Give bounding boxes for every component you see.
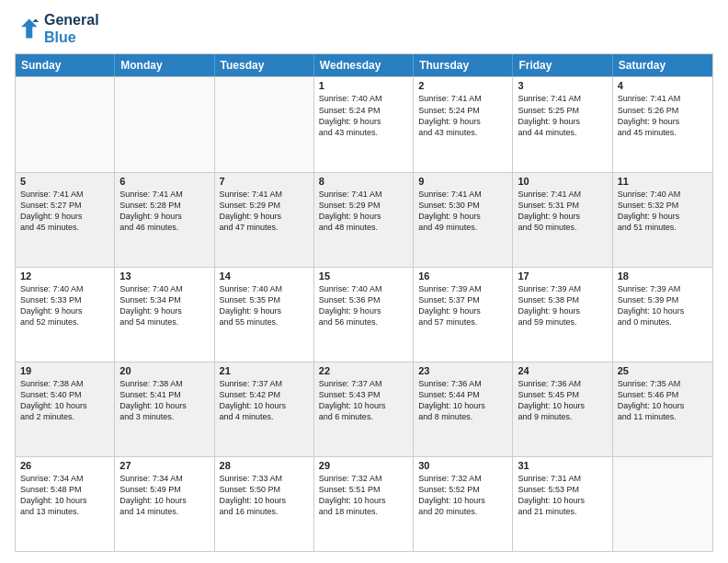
cell-info: Sunrise: 7:41 AM Sunset: 5:29 PM Dayligh… <box>220 189 309 234</box>
cell-info: Sunrise: 7:33 AM Sunset: 5:50 PM Dayligh… <box>220 473 309 518</box>
calendar-cell: 3Sunrise: 7:41 AM Sunset: 5:25 PM Daylig… <box>513 77 612 171</box>
calendar-cell: 25Sunrise: 7:35 AM Sunset: 5:46 PM Dayli… <box>613 362 712 456</box>
calendar-cell: 7Sunrise: 7:41 AM Sunset: 5:29 PM Daylig… <box>215 173 314 267</box>
calendar-cell: 27Sunrise: 7:34 AM Sunset: 5:49 PM Dayli… <box>115 457 214 551</box>
cell-info: Sunrise: 7:41 AM Sunset: 5:24 PM Dayligh… <box>418 93 507 138</box>
calendar-row: 12Sunrise: 7:40 AM Sunset: 5:33 PM Dayli… <box>16 267 712 362</box>
cell-info: Sunrise: 7:40 AM Sunset: 5:35 PM Dayligh… <box>220 283 309 328</box>
cell-info: Sunrise: 7:41 AM Sunset: 5:30 PM Dayligh… <box>418 189 507 234</box>
calendar-cell: 20Sunrise: 7:38 AM Sunset: 5:41 PM Dayli… <box>115 362 214 456</box>
cell-info: Sunrise: 7:40 AM Sunset: 5:33 PM Dayligh… <box>20 283 109 328</box>
calendar: SundayMondayTuesdayWednesdayThursdayFrid… <box>15 53 713 552</box>
calendar-cell: 21Sunrise: 7:37 AM Sunset: 5:42 PM Dayli… <box>215 362 314 456</box>
day-number: 3 <box>518 80 607 91</box>
calendar-cell: 10Sunrise: 7:41 AM Sunset: 5:31 PM Dayli… <box>513 173 612 267</box>
day-number: 8 <box>319 176 408 187</box>
calendar-cell: 11Sunrise: 7:40 AM Sunset: 5:32 PM Dayli… <box>613 173 712 267</box>
day-number: 10 <box>518 176 607 187</box>
calendar-cell: 9Sunrise: 7:41 AM Sunset: 5:30 PM Daylig… <box>414 173 513 267</box>
calendar-cell: 4Sunrise: 7:41 AM Sunset: 5:26 PM Daylig… <box>613 77 712 171</box>
cell-info: Sunrise: 7:31 AM Sunset: 5:53 PM Dayligh… <box>518 473 607 518</box>
day-number: 24 <box>518 365 607 376</box>
cell-info: Sunrise: 7:36 AM Sunset: 5:45 PM Dayligh… <box>518 378 607 423</box>
weekday-header: Friday <box>513 54 612 76</box>
day-number: 29 <box>319 460 408 471</box>
day-number: 11 <box>618 176 708 187</box>
cell-info: Sunrise: 7:41 AM Sunset: 5:26 PM Dayligh… <box>618 93 708 138</box>
day-number: 4 <box>618 80 708 91</box>
day-number: 12 <box>20 270 109 282</box>
logo-icon <box>15 16 40 41</box>
day-number: 7 <box>220 176 309 187</box>
weekday-header: Wednesday <box>314 54 414 76</box>
weekday-header: Tuesday <box>215 54 314 76</box>
logo: General Blue <box>15 11 99 46</box>
calendar-cell: 19Sunrise: 7:38 AM Sunset: 5:40 PM Dayli… <box>16 362 115 456</box>
calendar-cell: 5Sunrise: 7:41 AM Sunset: 5:27 PM Daylig… <box>16 173 115 267</box>
day-number: 22 <box>319 365 408 376</box>
weekday-header: Monday <box>115 54 214 76</box>
calendar-cell: 2Sunrise: 7:41 AM Sunset: 5:24 PM Daylig… <box>414 77 513 171</box>
day-number: 21 <box>220 365 309 376</box>
page-header: General Blue <box>15 11 713 46</box>
calendar-cell: 1Sunrise: 7:40 AM Sunset: 5:24 PM Daylig… <box>314 77 414 171</box>
cell-info: Sunrise: 7:39 AM Sunset: 5:37 PM Dayligh… <box>418 283 507 328</box>
day-number: 31 <box>518 460 607 471</box>
day-number: 1 <box>319 80 408 91</box>
cell-info: Sunrise: 7:34 AM Sunset: 5:49 PM Dayligh… <box>119 473 209 518</box>
calendar-row: 1Sunrise: 7:40 AM Sunset: 5:24 PM Daylig… <box>16 76 712 171</box>
day-number: 25 <box>618 365 708 376</box>
calendar-cell: 17Sunrise: 7:39 AM Sunset: 5:38 PM Dayli… <box>513 268 612 362</box>
day-number: 27 <box>119 460 209 471</box>
calendar-cell: 29Sunrise: 7:32 AM Sunset: 5:51 PM Dayli… <box>314 457 414 551</box>
cell-info: Sunrise: 7:41 AM Sunset: 5:27 PM Dayligh… <box>20 189 109 234</box>
empty-cell <box>613 457 712 551</box>
cell-info: Sunrise: 7:35 AM Sunset: 5:46 PM Dayligh… <box>618 378 708 423</box>
day-number: 13 <box>119 270 209 282</box>
calendar-cell: 30Sunrise: 7:32 AM Sunset: 5:52 PM Dayli… <box>414 457 513 551</box>
empty-cell <box>16 77 115 171</box>
cell-info: Sunrise: 7:39 AM Sunset: 5:39 PM Dayligh… <box>618 283 708 328</box>
empty-cell <box>115 77 214 171</box>
day-number: 2 <box>418 80 507 91</box>
calendar-header: SundayMondayTuesdayWednesdayThursdayFrid… <box>16 54 712 76</box>
cell-info: Sunrise: 7:39 AM Sunset: 5:38 PM Dayligh… <box>518 283 607 328</box>
cell-info: Sunrise: 7:40 AM Sunset: 5:32 PM Dayligh… <box>618 189 708 234</box>
cell-info: Sunrise: 7:32 AM Sunset: 5:51 PM Dayligh… <box>319 473 408 518</box>
calendar-cell: 13Sunrise: 7:40 AM Sunset: 5:34 PM Dayli… <box>115 268 214 362</box>
calendar-cell: 31Sunrise: 7:31 AM Sunset: 5:53 PM Dayli… <box>513 457 612 551</box>
calendar-row: 19Sunrise: 7:38 AM Sunset: 5:40 PM Dayli… <box>16 362 712 456</box>
cell-info: Sunrise: 7:40 AM Sunset: 5:34 PM Dayligh… <box>119 283 209 328</box>
day-number: 17 <box>518 270 607 282</box>
calendar-cell: 23Sunrise: 7:36 AM Sunset: 5:44 PM Dayli… <box>414 362 513 456</box>
day-number: 20 <box>119 365 209 376</box>
calendar-cell: 26Sunrise: 7:34 AM Sunset: 5:48 PM Dayli… <box>16 457 115 551</box>
weekday-header: Sunday <box>16 54 115 76</box>
cell-info: Sunrise: 7:38 AM Sunset: 5:41 PM Dayligh… <box>119 378 209 423</box>
cell-info: Sunrise: 7:41 AM Sunset: 5:29 PM Dayligh… <box>319 189 408 234</box>
day-number: 6 <box>119 176 209 187</box>
calendar-cell: 8Sunrise: 7:41 AM Sunset: 5:29 PM Daylig… <box>314 173 414 267</box>
weekday-header: Thursday <box>414 54 513 76</box>
cell-info: Sunrise: 7:34 AM Sunset: 5:48 PM Dayligh… <box>20 473 109 518</box>
cell-info: Sunrise: 7:41 AM Sunset: 5:25 PM Dayligh… <box>518 93 607 138</box>
empty-cell <box>215 77 314 171</box>
calendar-row: 5Sunrise: 7:41 AM Sunset: 5:27 PM Daylig… <box>16 172 712 267</box>
cell-info: Sunrise: 7:41 AM Sunset: 5:28 PM Dayligh… <box>119 189 209 234</box>
svg-marker-1 <box>32 19 39 23</box>
cell-info: Sunrise: 7:37 AM Sunset: 5:42 PM Dayligh… <box>220 378 309 423</box>
calendar-cell: 18Sunrise: 7:39 AM Sunset: 5:39 PM Dayli… <box>613 268 712 362</box>
calendar-cell: 28Sunrise: 7:33 AM Sunset: 5:50 PM Dayli… <box>215 457 314 551</box>
calendar-cell: 22Sunrise: 7:37 AM Sunset: 5:43 PM Dayli… <box>314 362 414 456</box>
cell-info: Sunrise: 7:38 AM Sunset: 5:40 PM Dayligh… <box>20 378 109 423</box>
day-number: 28 <box>220 460 309 471</box>
calendar-cell: 12Sunrise: 7:40 AM Sunset: 5:33 PM Dayli… <box>16 268 115 362</box>
calendar-cell: 16Sunrise: 7:39 AM Sunset: 5:37 PM Dayli… <box>414 268 513 362</box>
day-number: 9 <box>418 176 507 187</box>
cell-info: Sunrise: 7:36 AM Sunset: 5:44 PM Dayligh… <box>418 378 507 423</box>
page-container: General Blue SundayMondayTuesdayWednesda… <box>0 0 728 563</box>
weekday-header: Saturday <box>613 54 712 76</box>
day-number: 30 <box>418 460 507 471</box>
cell-info: Sunrise: 7:40 AM Sunset: 5:36 PM Dayligh… <box>319 283 408 328</box>
day-number: 14 <box>220 270 309 282</box>
